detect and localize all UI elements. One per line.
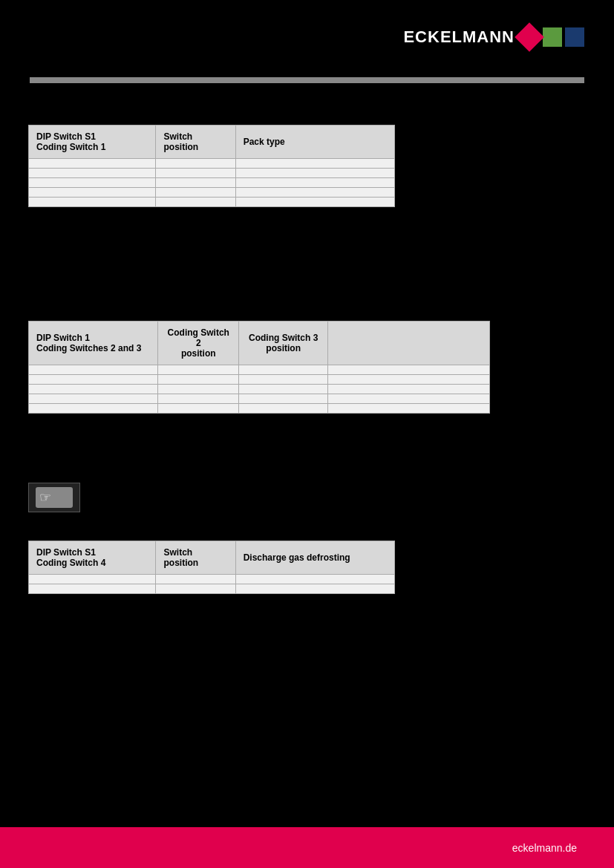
dip-switch-1-table: DIP Switch S1 Coding Switch 1 Switch pos… [28,125,395,207]
table2-row2-col1 [29,375,158,385]
table1-row1-col1 [29,159,156,169]
table1-row1-col2 [156,159,235,169]
table3-row1-col1 [29,575,156,584]
table2-col1-header: DIP Switch 1 Coding Switches 2 and 3 [29,322,158,365]
logo-diamond-icon [515,22,544,52]
table1-row1-col3 [235,159,394,169]
table1-row5-col3 [235,198,394,207]
table-row [29,575,395,584]
table2-row5-col4 [328,404,490,414]
logo-square-blue-icon [565,27,584,47]
table3-col1-header: DIP Switch S1 Coding Switch 4 [29,541,156,575]
table-row [29,404,490,414]
hand-icon-container: ☞ [28,483,80,512]
table1-row5-col1 [29,198,156,207]
header: ECKELMANN [0,0,614,74]
table1-col3-header: Pack type [235,125,394,159]
table2-row1-col3 [239,365,328,375]
table1-row4-col1 [29,188,156,198]
table2-row5-col3 [239,404,328,414]
table2-row3-col1 [29,385,158,394]
table3-col2-header: Switch position [156,541,235,575]
table3-row2-col1 [29,584,156,594]
table3-row1-col2 [156,575,235,584]
table1-row3-col1 [29,178,156,188]
table-row [29,188,395,198]
table2-row4-col3 [239,394,328,404]
footer-website: eckelmann.de [512,842,577,854]
table1-row2-col1 [29,169,156,178]
table-row [29,584,395,594]
table-row [29,394,490,404]
table1-col1-header: DIP Switch S1 Coding Switch 1 [29,125,156,159]
table2-row4-col4 [328,394,490,404]
table-dip-switch-s1-coding-switch-4: DIP Switch S1 Coding Switch 4 Switch pos… [28,541,395,594]
logo-text: ECKELMANN [403,27,515,47]
table3-col3-header: Discharge gas defrosting [235,541,394,575]
table1-row3-col2 [156,178,235,188]
table-row [29,178,395,188]
table-row [29,365,490,375]
table-row [29,169,395,178]
table1-row2-col2 [156,169,235,178]
table2-row1-col1 [29,365,158,375]
table2-row1-col4 [328,365,490,375]
table2-row2-col2 [158,375,239,385]
table-row [29,159,395,169]
icon-area: ☞ [28,483,88,520]
table2-col3-header: Coding Switch 3 position [239,322,328,365]
table-dip-switch-s1-coding-switch-1: DIP Switch S1 Coding Switch 1 Switch pos… [28,125,395,207]
dip-switch-4-table: DIP Switch S1 Coding Switch 4 Switch pos… [28,541,395,594]
logo: ECKELMANN [403,27,584,48]
logo-shapes [519,27,584,48]
table-row [29,198,395,207]
table-row [29,385,490,394]
table2-row1-col2 [158,365,239,375]
table2-row4-col2 [158,394,239,404]
table2-row3-col2 [158,385,239,394]
table3-row1-col3 [235,575,394,584]
table1-row4-col3 [235,188,394,198]
table2-row2-col4 [328,375,490,385]
hand-gesture-icon: ☞ [39,489,51,506]
logo-square-green-icon [543,27,562,47]
footer: eckelmann.de [0,827,614,868]
top-bar [30,77,584,83]
dip-switch-2-table: DIP Switch 1 Coding Switches 2 and 3 Cod… [28,321,490,414]
table-row [29,375,490,385]
table3-row2-col2 [156,584,235,594]
table2-col2-header: Coding Switch 2 position [158,322,239,365]
table1-row5-col2 [156,198,235,207]
table2-row2-col3 [239,375,328,385]
table2-row5-col1 [29,404,158,414]
table2-row3-col3 [239,385,328,394]
table1-row2-col3 [235,169,394,178]
table2-row3-col4 [328,385,490,394]
table3-row2-col3 [235,584,394,594]
table1-row4-col2 [156,188,235,198]
table2-row4-col1 [29,394,158,404]
table1-col2-header: Switch position [156,125,235,159]
table-dip-switch-1-coding-switches-2-3: DIP Switch 1 Coding Switches 2 and 3 Cod… [28,321,490,414]
table1-row3-col3 [235,178,394,188]
hand-icon: ☞ [36,487,73,508]
table2-row5-col2 [158,404,239,414]
table2-col4-header [328,322,490,365]
